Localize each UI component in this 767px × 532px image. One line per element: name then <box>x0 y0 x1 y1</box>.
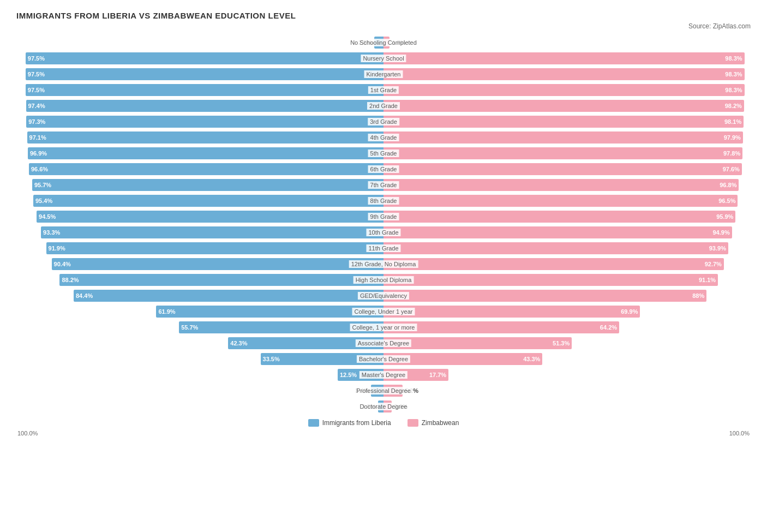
chart-row: 90.4%92.7%12th Grade, No Diploma <box>16 257 751 271</box>
left-bar-value: 97.1% <box>29 134 46 141</box>
right-bar-section: 98.2% <box>384 99 751 113</box>
right-bar-section: 97.8% <box>384 146 751 160</box>
left-bar-value: 94.5% <box>39 213 56 220</box>
right-bar-section: 1.7% <box>384 35 751 50</box>
chart-row: 42.3%51.3%Associate's Degree <box>16 336 751 350</box>
chart-row: 55.7%64.2%College, 1 year or more <box>16 320 751 334</box>
chart-row: 97.1%97.9%4th Grade <box>16 130 751 145</box>
left-bar-section: 97.5% <box>16 67 384 81</box>
chart-row: 2.5%1.7%No Schooling Completed <box>16 35 751 50</box>
right-bar-section: 92.7% <box>384 257 751 271</box>
right-bar-value: 51.3% <box>553 340 570 346</box>
right-bar-section: 97.9% <box>384 130 751 145</box>
right-bar-value: 64.2% <box>600 324 617 331</box>
chart-row: 33.5%43.3%Bachelor's Degree <box>16 352 751 366</box>
chart-row: 88.2%91.1%High School Diploma <box>16 273 751 287</box>
right-bar-section: 98.3% <box>384 67 751 81</box>
right-bar-section: 5.2% <box>384 384 751 398</box>
chart-row: 96.6%97.6%6th Grade <box>16 162 751 176</box>
chart-container: 2.5%1.7%No Schooling Completed97.5%98.3%… <box>16 35 751 414</box>
left-bar-section: 97.5% <box>16 51 384 65</box>
chart-row: 97.5%98.3%Kindergarten <box>16 67 751 81</box>
legend-right-label: Zimbabwean <box>422 419 459 427</box>
right-bar-section: 69.9% <box>384 304 751 319</box>
chart-row: 93.3%94.9%10th Grade <box>16 225 751 240</box>
left-bar-section: 42.3% <box>16 336 384 350</box>
left-bar-section: 97.3% <box>16 115 384 129</box>
x-axis: 100.0% 100.0% <box>16 430 751 437</box>
chart-row: 97.3%98.1%3rd Grade <box>16 115 751 129</box>
right-bar-section: 43.3% <box>384 352 751 366</box>
left-bar-section: 1.5% <box>16 399 384 414</box>
source-label: Source: ZipAtlas.com <box>16 22 751 30</box>
legend-left-label: Immigrants from Liberia <box>322 419 391 427</box>
left-bar-value: 88.2% <box>62 277 79 283</box>
chart-row: 94.5%95.9%9th Grade <box>16 210 751 224</box>
right-bar-value: 91.1% <box>699 277 716 283</box>
right-bar-section: 96.5% <box>384 194 751 208</box>
x-axis-right: 100.0% <box>729 430 750 437</box>
right-bar-section: 93.9% <box>384 241 751 255</box>
chart-row: 97.5%98.3%Nursery School <box>16 51 751 65</box>
right-bar-section: 98.3% <box>384 51 751 65</box>
left-bar-section: 96.9% <box>16 146 384 160</box>
left-bar-section: 84.4% <box>16 289 384 303</box>
left-bar-section: 3.4% <box>16 384 384 398</box>
right-bar-section: 91.1% <box>384 273 751 287</box>
right-bar-section: 96.8% <box>384 178 751 192</box>
right-bar-section: 88% <box>384 289 751 303</box>
chart-row: 1.5%2.3%Doctorate Degree <box>16 399 751 414</box>
right-bar-value: 93.9% <box>709 245 726 252</box>
left-bar-section: 95.4% <box>16 194 384 208</box>
left-bar-value: 90.4% <box>54 261 71 267</box>
legend-color-pink <box>408 419 418 427</box>
right-bar-section: 2.3% <box>384 399 751 414</box>
left-bar-section: 12.5% <box>16 368 384 382</box>
left-bar-section: 55.7% <box>16 320 384 334</box>
right-bar-section: 94.9% <box>384 225 751 240</box>
left-bar-value: 97.4% <box>28 103 45 109</box>
left-bar-value: 33.5% <box>263 356 280 362</box>
right-bar-value: 98.3% <box>725 55 742 62</box>
right-bar-section: 98.1% <box>384 115 751 129</box>
left-bar-section: 2.5% <box>16 35 384 50</box>
left-bar-value: 84.4% <box>76 292 93 299</box>
right-bar-section: 51.3% <box>384 336 751 350</box>
chart-title: IMMIGRANTS FROM LIBERIA VS ZIMBABWEAN ED… <box>16 11 751 20</box>
right-bar-value: 2.3% <box>394 403 408 410</box>
right-bar-value: 17.7% <box>429 372 446 378</box>
right-bar-value: 92.7% <box>705 261 722 267</box>
right-bar-value: 98.2% <box>725 103 742 109</box>
right-bar-value: 95.9% <box>716 213 733 220</box>
left-bar-value: 61.9% <box>158 308 175 315</box>
right-bar-section: 17.7% <box>384 368 751 382</box>
left-bar-value: 91.9% <box>49 245 65 252</box>
right-bar-value: 69.9% <box>621 308 638 315</box>
left-bar-value: 97.5% <box>28 71 45 77</box>
right-bar-value: 98.1% <box>724 118 741 125</box>
right-bar-section: 95.9% <box>384 210 751 224</box>
left-bar-value: 42.3% <box>230 340 247 346</box>
left-bar-value: 95.7% <box>34 182 51 188</box>
chart-row: 97.5%98.3%1st Grade <box>16 83 751 97</box>
left-bar-value: 96.9% <box>30 150 47 157</box>
right-bar-value: 97.6% <box>723 166 740 172</box>
right-bar-value: 98.3% <box>725 71 742 77</box>
left-bar-section: 88.2% <box>16 273 384 287</box>
right-bar-value: 94.9% <box>712 229 729 236</box>
right-bar-value: 88% <box>692 292 704 299</box>
right-bar-value: 1.7% <box>392 39 405 46</box>
left-bar-section: 96.6% <box>16 162 384 176</box>
right-bar-value: 96.8% <box>720 182 736 188</box>
left-bar-value: 93.3% <box>43 229 60 236</box>
right-bar-value: 97.9% <box>724 134 741 141</box>
left-bar-value: 2.5% <box>358 39 372 46</box>
left-bar-value: 3.4% <box>355 387 369 394</box>
chart-row: 97.4%98.2%2nd Grade <box>16 99 751 113</box>
left-bar-value: 97.5% <box>28 55 45 62</box>
left-bar-section: 97.5% <box>16 83 384 97</box>
legend-color-blue <box>308 419 319 427</box>
left-bar-section: 97.1% <box>16 130 384 145</box>
right-bar-value: 96.5% <box>718 198 735 204</box>
right-bar-section: 64.2% <box>384 320 751 334</box>
